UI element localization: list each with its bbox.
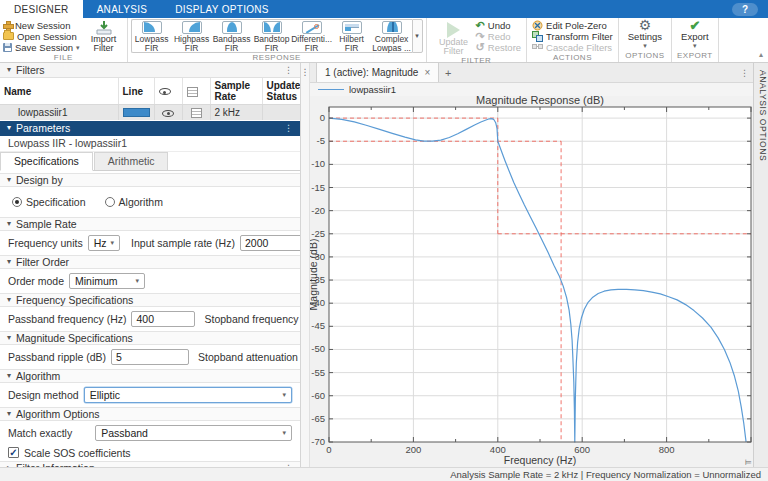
order-mode-dropdown[interactable]: Minimum ▾ <box>69 273 145 289</box>
ribbon-section-actions: Edit Pole-Zero Transform Filter <box>527 18 619 62</box>
sample-rate-header[interactable]: ▾Sample Rate <box>0 217 300 231</box>
collapse-ribbon-icon[interactable]: ▴ <box>759 50 763 59</box>
response-bandstop-button[interactable]: Bandstop FIR <box>252 20 292 52</box>
magnitude-specs-header[interactable]: ▾Magnitude Specifications <box>0 331 300 345</box>
svg-text:-55: -55 <box>311 367 325 378</box>
restore-button[interactable]: ↺ Restore <box>476 42 521 52</box>
design-by-header[interactable]: ▾Design by <box>0 173 300 187</box>
update-filter-button[interactable]: Update Filter <box>434 19 474 56</box>
ribbon-section-export: ✔ Export ▾ EXPORT <box>672 18 718 62</box>
match-exactly-dropdown[interactable]: Passband ▾ <box>95 425 292 441</box>
panel-menu-icon[interactable]: ⋮ <box>284 65 293 75</box>
chevron-down-icon: ▾ <box>693 42 697 49</box>
x-axis-label: Frequency (Hz) <box>504 454 576 466</box>
cascade-filters-button[interactable]: Cascade Filters <box>532 42 613 52</box>
save-session-button[interactable]: Save Session ▾ <box>3 42 80 52</box>
response-item-label: Differenti... FIR <box>291 35 332 52</box>
svg-text:-25: -25 <box>311 228 325 239</box>
collapse-handle-icon[interactable]: ⊨ <box>745 458 752 467</box>
magnitude-response-figure[interactable]: 02004006008000-5-10-15-20-25-30-35-40-45… <box>310 96 753 467</box>
filters-panel-header[interactable]: ▾ Filters ⋮ <box>0 63 300 78</box>
passband-ripple-field[interactable] <box>111 349 189 365</box>
transform-filter-icon <box>532 31 543 42</box>
analysis-options-strip[interactable]: ANALYSIS OPTIONS <box>753 63 768 467</box>
svg-text:-45: -45 <box>311 320 325 331</box>
passband-frequency-field[interactable] <box>131 311 195 327</box>
export-button[interactable]: ✔ Export ▾ <box>675 19 714 49</box>
ribbon-section-filter: Update Filter ↶ Undo ↷ Redo ↺ Restore <box>427 18 527 62</box>
pole-zero-icon <box>532 20 543 31</box>
help-button[interactable]: ? <box>732 3 758 16</box>
response-item-label: Bandpass FIR <box>213 35 251 52</box>
frequency-specs-header[interactable]: ▾Frequency Specifications <box>0 293 300 307</box>
radio-algorithm[interactable]: Algorithm <box>105 196 163 208</box>
response-complex-button[interactable]: Complex Lowpas ... <box>372 20 412 52</box>
response-hilbert-button[interactable]: Hilbert FIR <box>332 20 372 52</box>
close-icon[interactable]: × <box>424 67 430 78</box>
input-sample-rate-field[interactable] <box>240 235 301 251</box>
svg-text:-15: -15 <box>311 182 325 193</box>
tab-designer[interactable]: DESIGNER <box>0 0 83 18</box>
algorithm-header[interactable]: ▾Algorithm <box>0 369 300 383</box>
legend-line-icon <box>318 89 344 90</box>
redo-icon: ↷ <box>476 31 485 41</box>
panel-menu-icon[interactable]: ⋮ <box>284 123 293 133</box>
panel-splitter[interactable]: ⋮ <box>301 63 310 467</box>
open-session-button[interactable]: Open Session <box>3 31 80 41</box>
filter-order-header[interactable]: ▾Filter Order <box>0 255 300 269</box>
frequency-units-dropdown[interactable]: Hz ▾ <box>88 235 120 251</box>
lowpass-filter-icon <box>142 21 162 34</box>
update-filter-icon <box>447 22 460 38</box>
svg-text:0: 0 <box>326 444 331 455</box>
document-tabbar: 1 (active): Magnitude × + ⋮ <box>310 63 753 83</box>
filter-row-lowpassiir1[interactable]: lowpassiir1 2 kHz <box>0 105 300 120</box>
info-grid-icon[interactable] <box>191 108 202 118</box>
response-item-label: Bandstop FIR <box>254 35 290 52</box>
svg-text:-65: -65 <box>311 413 325 424</box>
response-bandpass-button[interactable]: Bandpass FIR <box>212 20 252 52</box>
edit-pole-zero-button[interactable]: Edit Pole-Zero <box>532 20 613 30</box>
parameters-panel-header[interactable]: ▾ Parameters ⋮ <box>0 121 300 136</box>
svg-text:-5: -5 <box>317 135 325 146</box>
response-item-label: Lowpass FIR <box>135 35 169 52</box>
tab-analysis[interactable]: ANALYSIS <box>83 0 162 18</box>
tab-specifications[interactable]: Specifications <box>0 152 93 171</box>
magnitude-doc-tab[interactable]: 1 (active): Magnitude × <box>316 63 439 82</box>
response-highpass-button[interactable]: Highpass FIR <box>172 20 212 52</box>
algorithm-body: Design method Elliptic ▾ <box>0 383 300 405</box>
tab-display-options[interactable]: DISPLAY OPTIONS <box>161 0 283 18</box>
differentiator-filter-icon <box>302 21 322 34</box>
redo-button[interactable]: ↷ Redo <box>476 31 521 41</box>
new-tab-button[interactable]: + <box>439 63 457 82</box>
info-grid-icon <box>187 87 198 97</box>
design-method-dropdown[interactable]: Elliptic ▾ <box>84 387 292 403</box>
algorithm-options-header[interactable]: ▾Algorithm Options <box>0 407 300 421</box>
radio-specification[interactable]: Specification <box>12 196 86 208</box>
plot-panel: 1 (active): Magnitude × + ⋮ lowpassiir1 … <box>310 63 753 467</box>
import-filter-button[interactable]: Import Filter <box>84 19 124 53</box>
visibility-toggle-icon[interactable] <box>162 110 174 117</box>
chevron-down-icon: ▾ <box>643 42 647 49</box>
bandpass-filter-icon <box>222 21 242 34</box>
cascade-filters-icon <box>532 42 543 53</box>
new-session-button[interactable]: New Session <box>3 20 80 30</box>
undo-button[interactable]: ↶ Undo <box>476 20 521 30</box>
transform-filter-button[interactable]: Transform Filter <box>532 31 613 41</box>
tabbar-menu-icon[interactable]: ⋮ <box>740 68 749 78</box>
y-axis-label: Magnitude (dB) <box>310 239 319 311</box>
svg-text:-20: -20 <box>311 205 325 216</box>
svg-text:-70: -70 <box>311 436 325 447</box>
chevron-down-icon: ▾ <box>111 239 115 246</box>
response-lowpass-button[interactable]: Lowpass FIR <box>132 20 172 52</box>
magnitude-specs-body: Passband ripple (dB) Stopband attenuatio… <box>0 345 300 367</box>
settings-button[interactable]: ⚙ Settings ▾ <box>622 19 668 49</box>
scale-sos-checkbox[interactable] <box>8 447 19 458</box>
response-differentiator-button[interactable]: Differenti... FIR <box>292 20 332 52</box>
svg-text:200: 200 <box>405 444 421 455</box>
gallery-expand-button[interactable]: ▾ <box>412 19 423 53</box>
design-by-body: Specification Algorithm <box>0 187 300 215</box>
svg-text:-50: -50 <box>311 343 325 354</box>
line-color-swatch[interactable] <box>123 108 150 117</box>
svg-text:0: 0 <box>320 112 325 123</box>
tab-arithmetic[interactable]: Arithmetic <box>94 152 169 170</box>
